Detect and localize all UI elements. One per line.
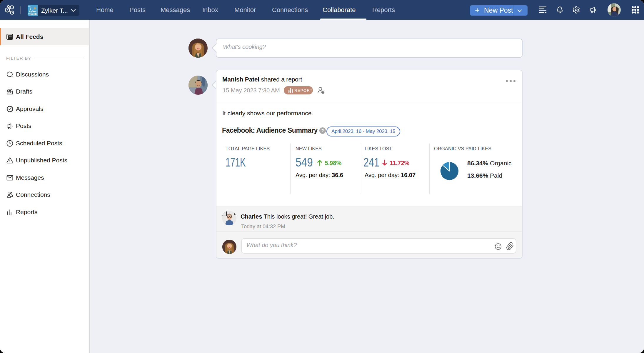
- svg-text:Travels: Travels: [28, 13, 37, 16]
